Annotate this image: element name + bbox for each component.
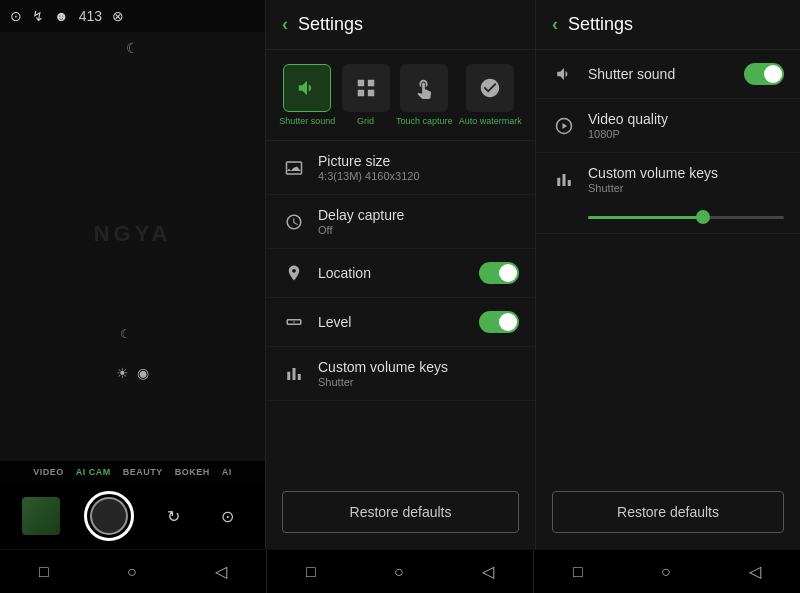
mode-aicam[interactable]: AI CAM (76, 467, 111, 477)
right-settings-header: ‹ Settings (536, 0, 800, 50)
middle-back-button[interactable]: ‹ (282, 14, 288, 35)
middle-restore-button[interactable]: Restore defaults (282, 491, 519, 533)
right-back-button[interactable]: ‹ (552, 14, 558, 35)
grid-tab-label: Grid (357, 116, 374, 126)
tab-touch-capture[interactable]: Touch capture (396, 64, 453, 126)
shutter-sound-toggle[interactable] (744, 63, 784, 85)
shutter-sound-tab-label: Shutter sound (279, 116, 335, 126)
setting-location[interactable]: Location (266, 249, 535, 298)
right-custom-volume-label: Custom volume keys (588, 165, 784, 181)
level-toggle[interactable] (479, 311, 519, 333)
watermark-overlay: NGYA (94, 221, 172, 247)
settings-panel-right: ‹ Settings Shutter sound (535, 0, 800, 549)
camera-top-bar: ⊙ ↯ ☻ 413 ⊗ (0, 0, 265, 32)
middle-settings-header: ‹ Settings (266, 0, 535, 50)
all-nav-bars: □ ○ ◁ □ ○ ◁ □ ○ ◁ (0, 549, 800, 593)
shutter-button[interactable] (84, 491, 134, 541)
mode-video[interactable]: VIDEO (33, 467, 64, 477)
shutter-sound-toggle-knob (764, 65, 782, 83)
delay-capture-text: Delay capture Off (318, 207, 519, 236)
right-video-quality-value: 1080P (588, 128, 784, 140)
right-nav-square[interactable]: □ (563, 557, 593, 587)
face-icon[interactable]: ☻ (54, 8, 69, 24)
setting-custom-volume[interactable]: Custom volume keys Shutter (266, 347, 535, 401)
volume-slider-fill (588, 216, 706, 219)
camera-flip-button[interactable]: ↻ (159, 501, 189, 531)
mode-beauty[interactable]: BEAUTY (123, 467, 163, 477)
right-restore-button[interactable]: Restore defaults (552, 491, 784, 533)
right-shutter-sound-label: Shutter sound (588, 66, 732, 82)
right-setting-shutter-sound[interactable]: Shutter sound (536, 50, 800, 99)
settings-icon-tabs: Shutter sound Grid Touch capture (266, 50, 535, 141)
middle-nav-back[interactable]: ◁ (472, 556, 504, 587)
picture-size-text: Picture size 4:3(13M) 4160x3120 (318, 153, 519, 182)
level-text: Level (318, 314, 467, 330)
delay-capture-label: Delay capture (318, 207, 519, 223)
tab-shutter-sound[interactable]: Shutter sound (279, 64, 335, 126)
svg-marker-1 (563, 123, 568, 129)
right-custom-volume-value: Shutter (588, 182, 784, 194)
picture-size-label: Picture size (318, 153, 519, 169)
picture-size-value: 4:3(13M) 4160x3120 (318, 170, 519, 182)
left-nav-square[interactable]: □ (29, 557, 59, 587)
camera-mode-button[interactable]: ⊙ (213, 501, 243, 531)
moon-icon2: ☾ (120, 327, 131, 341)
tab-auto-watermark[interactable]: Auto watermark (459, 64, 522, 126)
camera-bottom-controls: ↻ ⊙ (0, 483, 265, 549)
custom-volume-value: Shutter (318, 376, 519, 388)
photo-thumbnail[interactable] (22, 497, 60, 535)
middle-nav-square[interactable]: □ (296, 557, 326, 587)
ratio-icon[interactable]: ⊗ (112, 8, 124, 24)
settings-icon[interactable]: ⊙ (10, 8, 22, 24)
setting-picture-size[interactable]: Picture size 4:3(13M) 4160x3120 (266, 141, 535, 195)
touch-tab-label: Touch capture (396, 116, 453, 126)
right-setting-custom-volume[interactable]: Custom volume keys Shutter (536, 153, 800, 234)
delay-capture-value: Off (318, 224, 519, 236)
left-nav-back[interactable]: ◁ (205, 556, 237, 587)
right-setting-video-quality[interactable]: Video quality 1080P (536, 99, 800, 153)
middle-nav-circle[interactable]: ○ (384, 557, 414, 587)
custom-volume-icon (282, 362, 306, 386)
volume-slider-track (588, 216, 784, 219)
mode-bokeh[interactable]: BOKEH (175, 467, 210, 477)
grid-tab-icon (342, 64, 390, 112)
shutter-sound-tab-icon (283, 64, 331, 112)
camera-mode-bar: VIDEO AI CAM BEAUTY BOKEH AI (0, 461, 265, 483)
middle-nav-section: □ ○ ◁ (266, 550, 533, 593)
right-nav-section: □ ○ ◁ (533, 550, 800, 593)
middle-settings-title: Settings (298, 14, 363, 35)
tab-grid[interactable]: Grid (342, 64, 390, 126)
right-video-quality-text: Video quality 1080P (588, 111, 784, 140)
left-nav-section: □ ○ ◁ (0, 550, 266, 593)
volume-slider[interactable] (552, 214, 784, 221)
brightness-icon[interactable]: ☀ (116, 365, 129, 381)
left-nav-circle[interactable]: ○ (117, 557, 147, 587)
location-toggle[interactable] (479, 262, 519, 284)
right-shutter-sound-icon (552, 62, 576, 86)
watermark-tab-icon (466, 64, 514, 112)
timer-icon[interactable]: 413 (79, 8, 102, 24)
right-custom-volume-text: Custom volume keys Shutter (588, 165, 784, 194)
right-nav-circle[interactable]: ○ (651, 557, 681, 587)
right-video-quality-label: Video quality (588, 111, 784, 127)
right-shutter-sound-text: Shutter sound (588, 66, 732, 82)
custom-volume-label: Custom volume keys (318, 359, 519, 375)
hdr-icon[interactable]: ◉ (137, 365, 149, 381)
custom-volume-text: Custom volume keys Shutter (318, 359, 519, 388)
settings-panel-middle: ‹ Settings Shutter sound Grid (265, 0, 535, 549)
delay-capture-icon (282, 210, 306, 234)
mode-ai[interactable]: AI (222, 467, 232, 477)
setting-delay-capture[interactable]: Delay capture Off (266, 195, 535, 249)
right-custom-volume-icon (552, 168, 576, 192)
touch-tab-icon (400, 64, 448, 112)
flash-icon[interactable]: ↯ (32, 8, 44, 24)
level-icon (282, 310, 306, 334)
shutter-inner (90, 497, 128, 535)
middle-settings-list: Picture size 4:3(13M) 4160x3120 Delay ca… (266, 141, 535, 475)
viewfinder-area: ☾ NGYA ☾ ☀ ◉ (0, 32, 265, 461)
location-toggle-knob (499, 264, 517, 282)
level-label: Level (318, 314, 467, 330)
right-video-quality-icon (552, 114, 576, 138)
setting-level[interactable]: Level (266, 298, 535, 347)
right-nav-back[interactable]: ◁ (739, 556, 771, 587)
